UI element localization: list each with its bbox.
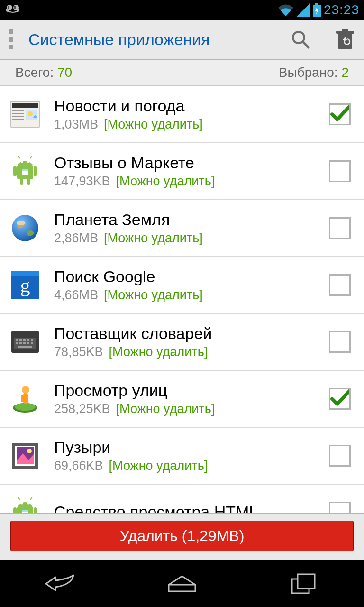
app-name: Новости и погода: [54, 97, 329, 115]
app-size: 78,85KB: [54, 345, 103, 359]
app-checkbox[interactable]: [329, 445, 351, 467]
notification-icon: [5, 3, 24, 17]
navigation-bar: [0, 560, 364, 607]
trash-icon[interactable]: [335, 29, 355, 50]
svg-point-31: [17, 221, 25, 225]
back-button[interactable]: [32, 570, 89, 598]
svg-rect-37: [16, 339, 18, 341]
svg-rect-20: [13, 166, 17, 176]
svg-rect-46: [31, 342, 33, 344]
app-size: 147,93KB: [54, 174, 110, 188]
app-row[interactable]: Новости и погода1,03MB[Можно удалить]: [0, 86, 364, 143]
svg-rect-70: [298, 574, 315, 589]
app-checkbox[interactable]: [329, 103, 351, 125]
signal-icon: [297, 3, 310, 17]
svg-point-27: [27, 161, 30, 163]
app-text: Отзывы о Маркете147,93KB[Можно удалить]: [54, 154, 329, 189]
search-icon[interactable]: [290, 29, 311, 50]
svg-rect-21: [34, 166, 37, 176]
svg-point-56: [27, 449, 32, 453]
action-bar: Системные приложения: [0, 20, 364, 60]
app-checkbox[interactable]: [329, 502, 351, 513]
app-checkbox[interactable]: [329, 388, 351, 410]
app-size: 1,03MB: [54, 117, 98, 131]
app-subtitle: 147,93KB[Можно удалить]: [54, 174, 329, 189]
svg-rect-67: [22, 510, 28, 512]
app-checkbox[interactable]: [329, 331, 351, 353]
svg-rect-39: [23, 339, 26, 341]
app-icon: [9, 155, 42, 188]
app-size: 258,25KB: [54, 402, 110, 416]
svg-point-26: [21, 161, 23, 163]
app-row[interactable]: Поставщик словарей78,85KB[Можно удалить]: [0, 314, 364, 371]
svg-line-62: [18, 497, 20, 500]
svg-line-25: [30, 156, 32, 158]
summary-bar: Всего: 70 Выбрано: 2: [0, 60, 364, 86]
app-text: Пузыри69,66KB[Можно удалить]: [54, 438, 329, 473]
svg-rect-29: [22, 169, 28, 171]
app-row[interactable]: Планета Земля2,86MB[Можно удалить]: [0, 200, 364, 257]
menu-icon[interactable]: [9, 29, 15, 49]
svg-point-51: [22, 386, 29, 394]
svg-point-1: [13, 5, 19, 10]
app-text: Просмотр улиц258,25KB[Можно удалить]: [54, 381, 329, 416]
app-name: Поставщик словарей: [54, 324, 329, 343]
app-text: Планета Земля2,86MB[Можно удалить]: [54, 211, 329, 246]
svg-rect-10: [342, 29, 348, 31]
selected-label: Выбрано:: [279, 65, 338, 80]
svg-rect-68: [169, 585, 195, 591]
svg-rect-16: [12, 119, 24, 120]
home-button[interactable]: [154, 570, 210, 598]
svg-rect-47: [18, 346, 32, 348]
app-row[interactable]: Пузыри69,66KB[Можно удалить]: [0, 428, 364, 485]
app-row[interactable]: Просмотр улиц258,25KB[Можно удалить]: [0, 371, 364, 428]
delete-bar: Удалить (1,29MB): [0, 513, 364, 560]
app-name: Средство просмотра HTML: [54, 503, 329, 514]
selected-value: 2: [341, 65, 349, 80]
app-row[interactable]: Отзывы о Маркете147,93KB[Можно удалить]: [0, 143, 364, 200]
app-size: 69,66KB: [54, 459, 103, 473]
app-name: Пузыри: [54, 438, 329, 457]
svg-point-18: [28, 111, 33, 116]
svg-rect-59: [34, 507, 37, 513]
svg-line-24: [18, 156, 20, 158]
app-hint: [Можно удалить]: [104, 117, 203, 131]
app-row[interactable]: Средство просмотра HTML: [0, 485, 364, 513]
svg-rect-45: [27, 342, 29, 344]
app-checkbox[interactable]: [329, 217, 351, 239]
svg-rect-42: [16, 342, 18, 344]
battery-icon: [313, 3, 321, 17]
svg-rect-44: [23, 342, 26, 344]
svg-rect-13: [12, 110, 24, 111]
svg-rect-14: [12, 113, 24, 114]
svg-rect-4: [315, 3, 318, 5]
app-subtitle: 1,03MB[Можно удалить]: [54, 117, 329, 132]
app-list[interactable]: Новости и погода1,03MB[Можно удалить]Отз…: [0, 86, 364, 513]
app-size: 4,66MB: [54, 288, 98, 302]
app-hint: [Можно удалить]: [104, 231, 203, 245]
svg-line-63: [30, 497, 32, 500]
app-hint: [Можно удалить]: [109, 345, 208, 359]
app-name: Поиск Google: [54, 267, 329, 286]
app-checkbox[interactable]: [329, 160, 351, 182]
recent-button[interactable]: [275, 570, 332, 598]
svg-rect-23: [27, 178, 30, 185]
svg-rect-40: [27, 339, 29, 341]
svg-rect-41: [31, 339, 33, 341]
svg-rect-15: [12, 116, 24, 117]
app-size: 2,86MB: [54, 231, 98, 245]
app-checkbox[interactable]: [329, 274, 351, 296]
delete-button[interactable]: Удалить (1,29MB): [10, 521, 354, 551]
svg-point-49: [15, 403, 36, 411]
app-text: Новости и погода1,03MB[Можно удалить]: [54, 97, 329, 132]
app-subtitle: 2,86MB[Можно удалить]: [54, 231, 329, 246]
svg-rect-52: [21, 395, 24, 402]
svg-rect-50: [23, 393, 28, 404]
app-name: Просмотр улиц: [54, 381, 329, 400]
svg-rect-22: [20, 178, 23, 185]
svg-rect-58: [13, 507, 17, 513]
app-icon: [9, 382, 42, 415]
app-row[interactable]: gПоиск Google4,66MB[Можно удалить]: [0, 257, 364, 314]
app-icon: [9, 212, 42, 245]
app-subtitle: 78,85KB[Можно удалить]: [54, 345, 329, 359]
